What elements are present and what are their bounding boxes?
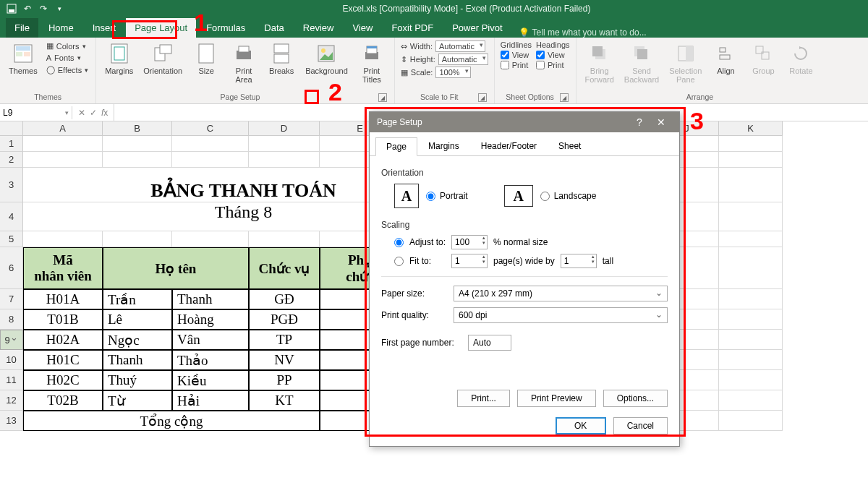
colors-button[interactable]: ▦Colors▾ [45,40,90,51]
group-button[interactable]: Group [746,40,780,77]
dialog-tab-page[interactable]: Page [375,137,417,156]
cell[interactable]: KT [249,390,320,411]
cell[interactable]: Lê [103,309,172,330]
cell[interactable] [719,152,783,168]
first-page-input[interactable]: Auto [468,335,511,351]
cell[interactable] [719,411,783,431]
row-header-9[interactable]: 9 [0,330,23,350]
cell[interactable]: Thanh [103,350,172,370]
cell[interactable]: T02B [23,390,103,411]
row-header-4[interactable]: 4 [0,202,23,231]
cancel-icon[interactable]: ✕ [78,108,85,118]
cell[interactable]: NV [249,350,320,370]
row-header-8[interactable]: 8 [0,309,23,330]
accept-icon[interactable]: ✓ [90,108,97,118]
dialog-titlebar[interactable]: Page Setup ? ✕ [370,112,679,132]
save-icon[interactable] [6,3,17,14]
options-button[interactable]: Options... [603,390,668,407]
print-quality-select[interactable]: 600 dpi [454,307,668,323]
print-titles-button[interactable]: Print Titles [355,40,388,85]
adjust-spinner[interactable]: 100 [451,235,488,249]
row-header-3[interactable]: 3 [0,168,23,202]
cell[interactable] [103,231,172,247]
bring-forward-button[interactable]: Bring Forward [582,40,617,85]
cell[interactable] [23,136,103,152]
headings-view-checkbox[interactable] [536,51,545,59]
cell[interactable] [719,330,783,350]
align-button[interactable]: Align [709,40,742,77]
background-button[interactable]: Background [302,40,351,77]
scale-launcher[interactable]: ◢ [478,93,487,102]
cell[interactable]: H02C [23,370,103,390]
cell[interactable] [719,231,783,247]
tab-power-pivot[interactable]: Power Pivot [443,18,511,38]
themes-button[interactable]: Themes [6,40,41,77]
cell[interactable]: H01C [23,350,103,370]
headings-print-checkbox[interactable] [536,61,545,69]
print-area-button[interactable]: Print Area [227,40,260,85]
dialog-tab-sheet[interactable]: Sheet [548,137,592,155]
orientation-button[interactable]: Orientation [140,40,185,77]
scale-combo[interactable]: 100% [435,67,470,78]
tab-page-layout[interactable]: Page Layout [126,18,196,38]
cell[interactable]: Trần [103,289,172,309]
fit-tall-spinner[interactable]: 1 [561,254,597,268]
page-setup-launcher[interactable]: ◢ [378,93,387,102]
cell[interactable]: Chức vụ [249,247,320,289]
cell[interactable] [249,231,320,247]
col-header-K[interactable]: K [719,121,783,136]
row-header-7[interactable]: 7 [0,289,23,309]
rotate-button[interactable]: Rotate [784,40,817,77]
fit-to-radio[interactable] [394,257,404,266]
row-header-11[interactable]: 11 [0,370,23,390]
cell[interactable]: Thanh [172,289,249,309]
dialog-tab-header-footer[interactable]: Header/Footer [470,137,548,155]
selection-pane-button[interactable]: Selection Pane [666,40,705,85]
cell[interactable]: Hải [172,390,249,411]
cell[interactable] [719,289,783,309]
cell[interactable] [249,136,320,152]
cell[interactable] [719,168,783,202]
adjust-to-radio[interactable] [394,238,404,247]
cell[interactable]: Thảo [172,350,249,370]
cell[interactable]: Tổng cộng [23,411,320,431]
col-header-C[interactable]: C [172,121,249,136]
tell-me-search[interactable]: 💡 Tell me what you want to do... [519,27,647,38]
cell[interactable]: Vân [172,330,249,350]
ok-button[interactable]: OK [556,417,606,435]
cell[interactable]: GĐ [249,289,320,309]
cell[interactable]: Từ [103,390,172,411]
print-preview-button[interactable]: Print Preview [517,390,596,407]
cell[interactable]: TP [249,330,320,350]
row-header-6[interactable]: 6 [0,247,23,289]
col-header-A[interactable]: A [23,121,103,136]
cell[interactable] [103,152,172,168]
undo-icon[interactable]: ↶ [22,3,33,14]
fx-icon[interactable]: fx [101,108,108,118]
row-header-1[interactable]: 1 [0,136,23,152]
cell[interactable] [719,202,783,231]
row-header-12[interactable]: 12 [0,390,23,411]
select-all-button[interactable] [0,121,23,136]
effects-button[interactable]: ◯Effects▾ [45,64,90,75]
cancel-button[interactable]: Cancel [613,417,668,435]
breaks-button[interactable]: Breaks [265,40,298,77]
cell[interactable] [172,231,249,247]
tab-view[interactable]: View [344,18,381,38]
width-combo[interactable]: Automatic [435,40,485,52]
cell[interactable] [23,231,103,247]
paper-size-select[interactable]: A4 (210 x 297 mm) [454,286,668,301]
name-box[interactable]: L9▾ [0,106,72,119]
row-header-10[interactable]: 10 [0,350,23,370]
cell[interactable] [719,309,783,330]
fit-wide-spinner[interactable]: 1 [451,254,488,268]
tab-data[interactable]: Data [255,18,292,38]
cell[interactable] [719,390,783,411]
landscape-radio[interactable] [540,192,550,201]
cell[interactable]: H01A [23,289,103,309]
gridlines-view-checkbox[interactable] [501,51,509,59]
row-header-13[interactable]: 13 [0,411,23,431]
cell[interactable]: PP [249,370,320,390]
tab-formulas[interactable]: Formulas [197,18,254,38]
tab-home[interactable]: Home [40,18,82,38]
